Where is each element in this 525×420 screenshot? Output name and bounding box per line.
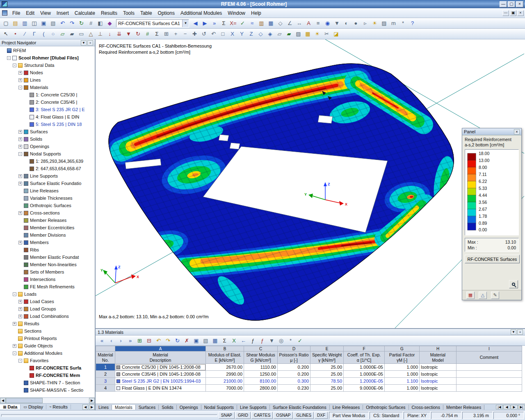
tree-item[interactable]: 2: 647,653,654,658-67: [0, 165, 95, 172]
line-load-icon[interactable]: ⇊: [114, 30, 124, 39]
nav-forward-icon[interactable]: ▶: [200, 19, 210, 28]
tree-item[interactable]: + Load Cases: [0, 298, 95, 305]
column-letter[interactable]: B: [206, 346, 244, 352]
tables-icon[interactable]: ▦: [266, 19, 276, 28]
tree-item[interactable]: SHAPE-MASSIVE - Sectio: [0, 386, 95, 394]
print-icon[interactable]: ◫: [30, 19, 39, 28]
grid-icon[interactable]: #: [86, 19, 96, 28]
menu-item[interactable]: Additional Modules: [178, 9, 225, 18]
tree-expander-icon[interactable]: +: [13, 344, 16, 348]
result-colors-icon[interactable]: ▦: [303, 30, 313, 39]
tree-item[interactable]: 5: Steel S 235 | DIN 18: [0, 121, 95, 128]
material-model-cell[interactable]: Isotropic: [420, 378, 457, 385]
surface-tool-icon[interactable]: ▱: [58, 30, 67, 39]
statusbar-toggle[interactable]: SNAP: [219, 412, 235, 419]
table-tab[interactable]: Orthotropic Surfaces: [363, 405, 409, 410]
export-excel-icon[interactable]: X: [229, 336, 239, 345]
zoom-details-button[interactable]: [509, 280, 518, 288]
column-header[interactable]: Poisson's Ratio μ [-]: [278, 352, 310, 364]
tree-item[interactable]: SHAPE-THIN 7 - Section: [0, 379, 95, 386]
scroll-right-icon[interactable]: ▶: [89, 398, 95, 403]
moment-load-icon[interactable]: ↻: [133, 30, 143, 39]
full-view-icon[interactable]: □: [218, 30, 228, 39]
tree-item[interactable]: + Members: [0, 239, 95, 246]
wireframe-icon[interactable]: ▱: [275, 30, 284, 39]
material-model-cell[interactable]: Isotropic: [420, 364, 457, 371]
menu-item[interactable]: Edit: [23, 9, 37, 18]
tree-item[interactable]: - Additional Modules: [0, 349, 95, 357]
module-case-combo[interactable]: RF-CONCRETE Surfaces CA1 ▾: [116, 19, 189, 27]
filter-table-icon[interactable]: ▼: [267, 336, 276, 345]
tree-item[interactable]: - Scool Rohmer [Dlubal Files]: [0, 54, 95, 62]
tree-item[interactable]: + Results: [0, 320, 95, 327]
specific-weight-cell[interactable]: 25.00: [310, 364, 344, 371]
tree-item[interactable]: + Load Combinations: [0, 313, 95, 320]
menu-item[interactable]: Window: [225, 9, 248, 18]
table-nav-button[interactable]: ▶: [511, 405, 518, 409]
navigator-tab[interactable]: ▦ Data: [0, 404, 21, 409]
model-3d-view[interactable]: Z X Y Z Y: [96, 39, 525, 328]
previous-view-icon[interactable]: ↶: [209, 30, 218, 39]
partial-factor-cell[interactable]: 1.000: [385, 364, 420, 371]
select-pointer-icon[interactable]: ↖: [1, 30, 11, 39]
menu-item[interactable]: Table: [137, 9, 155, 18]
solve-icon[interactable]: X=: [228, 19, 238, 28]
go-to-icon[interactable]: »: [210, 19, 219, 28]
column-letter[interactable]: C: [244, 346, 278, 352]
column-letter[interactable]: E: [310, 346, 344, 352]
tree-item[interactable]: Intersections: [0, 276, 95, 283]
panel-edit-scale-icon[interactable]: ✎: [491, 292, 499, 299]
mdi-close-button[interactable]: ×: [517, 10, 524, 16]
select-all-icon[interactable]: ▦: [210, 336, 220, 345]
tree-expander-icon[interactable]: +: [18, 300, 22, 304]
material-description-cell[interactable]: Float Glass | E DIN EN 13474: [115, 385, 206, 392]
minimize-button[interactable]: —: [500, 1, 507, 7]
import-icon[interactable]: ←: [239, 336, 248, 345]
last-row-icon[interactable]: »: [126, 336, 135, 345]
undo-table-icon[interactable]: ↶: [154, 336, 163, 345]
statusbar-toggle[interactable]: CARTES: [251, 412, 273, 419]
menu-item[interactable]: Tools: [120, 9, 137, 18]
partial-factor-cell[interactable]: 1.100: [385, 378, 420, 385]
tree-item[interactable]: - Favorites: [0, 357, 95, 364]
tree-item[interactable]: + Openings: [0, 143, 95, 150]
tree-item[interactable]: 3: Steel S 235 JR G2 | E: [0, 106, 95, 113]
table-tab[interactable]: Lines: [96, 405, 112, 410]
copy-table-icon[interactable]: ▣: [192, 336, 201, 345]
material-description-cell[interactable]: Concrete C35/45 | DIN 1045-1:2008-08: [115, 371, 206, 378]
tree-item[interactable]: + Nodes: [0, 69, 95, 76]
polyline-tool-icon[interactable]: Γ: [30, 30, 39, 39]
module-icon[interactable]: ◆: [105, 19, 114, 28]
first-row-icon[interactable]: «: [97, 336, 107, 345]
line-tool-icon[interactable]: ∕: [20, 30, 30, 39]
view-x-icon[interactable]: X: [228, 30, 237, 39]
table-tab[interactable]: Surfaces: [136, 405, 159, 410]
mdi-minimize-button[interactable]: —: [502, 10, 509, 16]
column-header[interactable]: Material Description: [115, 352, 206, 364]
statusbar-toggle[interactable]: DXF: [315, 412, 328, 419]
tree-expander-icon[interactable]: -: [18, 152, 22, 156]
tree-expander-icon[interactable]: +: [18, 174, 22, 178]
open-icon[interactable]: ▤: [11, 19, 20, 28]
thermal-exp-cell[interactable]: 1.0000E-05: [344, 364, 385, 371]
tree-expander-icon[interactable]: -: [18, 359, 22, 363]
tree-item[interactable]: + Cross-sections: [0, 209, 95, 217]
material-row[interactable]: 1 Concrete C25/30 | DIN 1045-1:2008-08 2…: [96, 364, 522, 371]
close-icon[interactable]: ×: [517, 329, 523, 335]
nodal-support-icon[interactable]: △: [86, 30, 96, 39]
units-icon[interactable]: m: [389, 19, 398, 28]
tree-item[interactable]: - Structural Data: [0, 62, 95, 69]
solid-tool-icon[interactable]: ▰: [67, 30, 77, 39]
dimension-icon[interactable]: ↔: [294, 19, 304, 28]
paste-icon[interactable]: ▧: [48, 19, 58, 28]
next-row-icon[interactable]: ›: [116, 336, 126, 345]
menu-item[interactable]: Options: [155, 9, 178, 18]
fx-delete-icon[interactable]: ƒ: [258, 336, 267, 345]
shear-modulus-cell[interactable]: 1250.00: [244, 371, 278, 378]
transparency-icon[interactable]: ▨: [294, 30, 303, 39]
scroll-thumb[interactable]: [6, 398, 43, 403]
tab-scroll-left-icon[interactable]: ◀: [82, 404, 88, 410]
table-settings-icon[interactable]: *: [286, 336, 295, 345]
table-nav-button[interactable]: ▶|: [518, 405, 525, 409]
refresh-table-icon[interactable]: ↻: [173, 336, 182, 345]
